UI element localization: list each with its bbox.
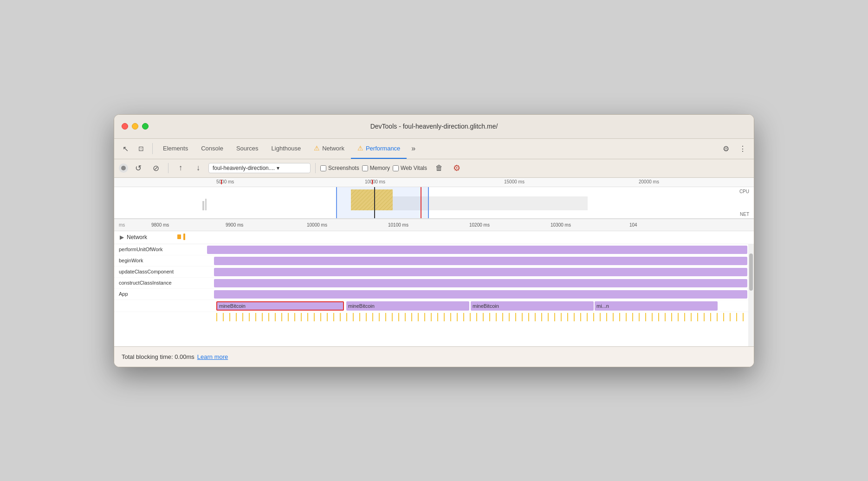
maximize-button[interactable] — [142, 123, 149, 130]
flame-bar-app[interactable] — [214, 290, 747, 299]
tab-console[interactable]: Console — [194, 138, 230, 159]
traffic-lights — [122, 123, 149, 130]
ruler-9900: 9900 ms — [226, 222, 243, 228]
tab-console-label: Console — [201, 145, 223, 152]
settings-icon: ⚙ — [723, 144, 729, 153]
layers-icon: ⊡ — [138, 145, 144, 152]
network-label: Network — [127, 234, 147, 240]
flame-bar-minebitcoin-fourth[interactable]: mi...n — [595, 301, 718, 311]
ruler-10300: 10300 ms — [551, 222, 571, 228]
divider-1 — [152, 143, 153, 154]
window-title: DevTools - foul-heavenly-direction.glitc… — [370, 123, 498, 130]
screenshots-checkbox[interactable] — [320, 165, 326, 171]
cursor-tool-button[interactable]: ↖ — [118, 141, 133, 156]
net-label: NET — [740, 212, 749, 217]
flame-row-constructclassinstance: constructClassInstance — [114, 278, 754, 289]
flame-bar-minebitcoin-first[interactable]: mineBitcoin — [216, 301, 344, 311]
minebitcoin-fourth-label: mi...n — [596, 303, 609, 309]
close-button[interactable] — [122, 123, 128, 130]
svg-rect-3 — [351, 189, 393, 210]
net-bar-2 — [183, 234, 185, 240]
more-options-icon: ⋮ — [739, 144, 746, 153]
network-expand-icon: ▶ — [120, 234, 124, 240]
title-bar: DevTools - foul-heavenly-direction.glitc… — [114, 115, 754, 139]
url-selector[interactable]: foul-heavenly-direction.... ▾ — [208, 163, 311, 173]
minebitcoin-third-label: mineBitcoin — [473, 303, 499, 309]
screenshots-label: Screenshots — [328, 165, 359, 171]
tab-sources-label: Sources — [236, 145, 259, 152]
ruler-20000: 20000 ms — [639, 179, 659, 184]
tab-bar: ↖ ⊡ Elements Console Sources Lighthouse … — [114, 139, 754, 159]
flame-bar-performunitofwork[interactable] — [207, 246, 747, 254]
flame-bar-minebitcoin-second[interactable]: mineBitcoin — [346, 301, 469, 311]
flame-row-minebitcoin: mineBitcoin mineBitcoin mineBitcoin mi..… — [114, 300, 754, 312]
memory-checkbox[interactable] — [362, 165, 368, 171]
flame-label-constructclassinstance: constructClassInstance — [119, 280, 172, 286]
minebitcoin-second-label: mineBitcoin — [348, 303, 375, 309]
trash-button[interactable]: 🗑 — [432, 161, 447, 176]
dropdown-icon: ▾ — [277, 165, 279, 171]
tab-sources[interactable]: Sources — [230, 138, 265, 159]
marker-5000 — [221, 180, 222, 184]
tab-elements-label: Elements — [163, 145, 188, 152]
ruler-start-label: ms — [119, 222, 125, 228]
marker-10000 — [372, 180, 373, 184]
tab-performance[interactable]: ⚠ Performance — [351, 138, 407, 159]
reload-and-record-button[interactable]: ↺ — [131, 161, 146, 176]
scrollbar-thumb[interactable] — [749, 254, 753, 291]
screenshots-checkbox-group: Screenshots — [320, 165, 359, 171]
memory-checkbox-group: Memory — [362, 165, 390, 171]
ruler-15000: 15000 ms — [504, 179, 525, 184]
ruler-9800: 9800 ms — [151, 222, 169, 228]
net-bar-1 — [177, 234, 181, 239]
flame-bar-beginwork[interactable] — [214, 257, 747, 265]
svg-rect-4 — [393, 196, 588, 210]
device-toolbar-button[interactable]: ⊡ — [134, 141, 149, 156]
flame-bar-constructclassinstance[interactable] — [214, 279, 747, 287]
ruler-10100: 10100 ms — [388, 222, 408, 228]
minimize-button[interactable] — [132, 123, 138, 130]
red-settings-icon: ⚙ — [453, 163, 460, 173]
learn-more-link[interactable]: Learn more — [197, 353, 228, 360]
stop-button[interactable]: ⊘ — [149, 161, 163, 176]
tab-performance-label: Performance — [366, 145, 400, 152]
flame-row-beginwork: beginWork — [114, 255, 754, 266]
tab-network[interactable]: ⚠ Network — [307, 138, 351, 159]
url-text: foul-heavenly-direction.... — [213, 165, 275, 171]
upload-icon: ↑ — [179, 163, 183, 173]
ruler-104: 104 — [629, 222, 637, 228]
upload-profile-button[interactable]: ↑ — [173, 161, 188, 176]
web-vitals-checkbox-group: Web Vitals — [393, 165, 427, 171]
flame-bar-minebitcoin-third[interactable]: mineBitcoin — [471, 301, 594, 311]
flame-label-performunitofwork: performUnitOfWork — [119, 247, 163, 252]
flamechart-ruler: ms 9800 ms 9900 ms 10000 ms 10100 ms 102… — [114, 219, 754, 231]
ruler-5000: 5000 ms — [216, 179, 234, 184]
download-profile-button[interactable]: ↓ — [191, 161, 206, 176]
flame-row-performunitofwork: performUnitOfWork — [114, 244, 754, 255]
performance-settings-button[interactable]: ⚙ — [449, 161, 464, 176]
performance-warning-icon: ⚠ — [357, 144, 363, 152]
scrollbar-track[interactable] — [748, 244, 754, 346]
devtools-window: DevTools - foul-heavenly-direction.glitc… — [114, 114, 754, 367]
settings-button[interactable]: ⚙ — [719, 141, 733, 156]
tab-elements[interactable]: Elements — [156, 138, 194, 159]
tab-overflow-button[interactable]: » — [408, 144, 419, 153]
svg-rect-1 — [205, 199, 207, 210]
stop-icon: ⊘ — [153, 163, 159, 173]
ruler-10000: 10000 ms — [307, 222, 327, 228]
network-section-row[interactable]: ▶ Network — [114, 231, 754, 244]
status-bar: Total blocking time: 0.00ms Learn more — [114, 346, 754, 367]
timeline-section: 5000 ms 10000 ms 15000 ms 20000 ms CPU N… — [114, 178, 754, 219]
flamechart-area: performUnitOfWork beginWork updateClassC… — [114, 244, 754, 346]
tick-marks — [216, 313, 747, 321]
flame-label-app: App — [119, 291, 128, 297]
network-warning-icon: ⚠ — [314, 144, 320, 152]
memory-label: Memory — [370, 165, 390, 171]
tab-lighthouse[interactable]: Lighthouse — [265, 138, 308, 159]
web-vitals-checkbox[interactable] — [393, 165, 399, 171]
record-button[interactable] — [119, 163, 128, 173]
flame-bar-updateclasscomponent[interactable] — [214, 268, 747, 276]
more-options-button[interactable]: ⋮ — [735, 141, 750, 156]
trash-icon: 🗑 — [435, 164, 443, 172]
recording-toolbar: ↺ ⊘ ↑ ↓ foul-heavenly-direction.... ▾ Sc… — [114, 159, 754, 178]
